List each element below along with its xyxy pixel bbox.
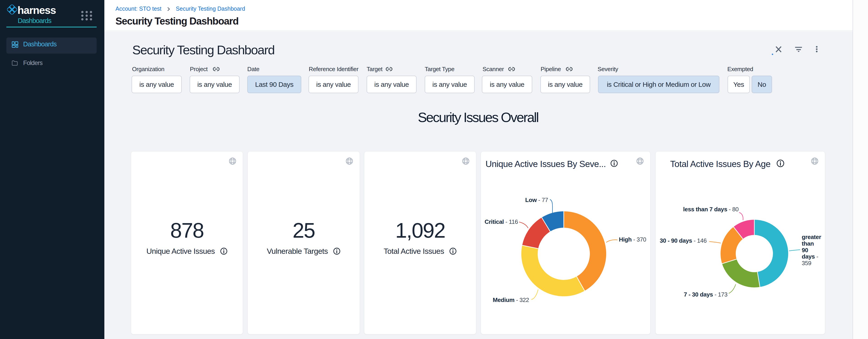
svg-text:less than 7 days - 80: less than 7 days - 80 (683, 206, 739, 213)
svg-text:30 - 90 days - 146: 30 - 90 days - 146 (660, 237, 707, 244)
svg-text:than: than (802, 240, 814, 247)
svg-text:greater: greater (802, 233, 821, 241)
svg-text:Low - 77: Low - 77 (525, 197, 548, 203)
svg-text:Critical - 116: Critical - 116 (485, 218, 518, 225)
svg-text:High - 370: High - 370 (619, 236, 646, 243)
svg-text:90: 90 (802, 247, 808, 254)
svg-text:Medium - 322: Medium - 322 (493, 296, 529, 303)
svg-text:7 - 30 days - 173: 7 - 30 days - 173 (684, 291, 727, 298)
svg-text:359: 359 (802, 260, 811, 266)
svg-text:days -: days - (802, 253, 818, 260)
